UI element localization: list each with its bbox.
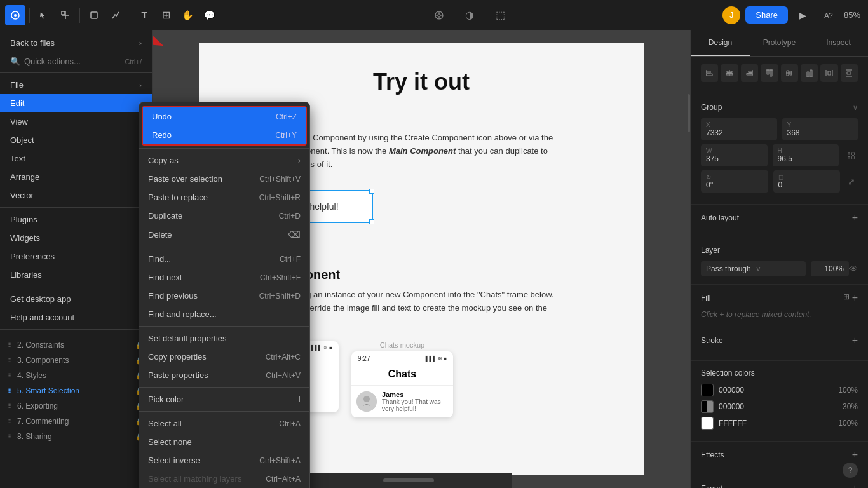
menu-text[interactable]: Text › <box>0 149 152 168</box>
community-button[interactable] <box>429 5 449 25</box>
text-tool-button[interactable]: T <box>134 5 154 25</box>
color-swatch-3[interactable] <box>701 417 714 430</box>
move-tool-button[interactable] <box>34 5 54 25</box>
align-top-btn[interactable] <box>761 64 778 82</box>
stroke-add-btn[interactable]: + <box>852 335 858 346</box>
submenu-select-matching: Select all matching layers Ctrl+Alt+A <box>139 470 309 488</box>
blend-mode-select[interactable]: Pass through ∨ <box>701 261 806 276</box>
menu-file[interactable]: File › <box>0 76 152 94</box>
layer-commenting[interactable]: ⠿ 7. Commenting 🔒 <box>0 414 152 429</box>
menu-vector[interactable]: Vector › <box>0 186 152 205</box>
fill-add-btn[interactable]: + <box>852 292 858 304</box>
figma-menu-button[interactable] <box>5 5 25 25</box>
x-field[interactable]: X 7332 <box>701 118 777 140</box>
submenu-redo[interactable]: Redo Ctrl+Y <box>143 126 306 144</box>
corner-field[interactable]: ◻ 0 <box>773 170 841 193</box>
layer-styles[interactable]: ⠿ 4. Styles 🔒 <box>0 368 152 383</box>
submenu-find[interactable]: Find... Ctrl+F <box>139 250 309 268</box>
quick-actions-button[interactable]: 🔍 Quick actions... Ctrl+/ <box>0 53 152 70</box>
tab-design[interactable]: Design <box>691 30 750 56</box>
menu-edit[interactable]: Edit › <box>0 94 152 112</box>
menu-preferences[interactable]: Preferences › <box>0 247 152 266</box>
menu-view[interactable]: View › <box>0 112 152 131</box>
layer-constraints[interactable]: ⠿ 2. Constraints 🔒 <box>0 337 152 353</box>
color-swatch-2[interactable] <box>701 400 714 413</box>
tab-inspect[interactable]: Inspect <box>809 30 868 56</box>
svg-rect-30 <box>807 72 809 76</box>
submenu-find-next[interactable]: Find next Ctrl+Shift+F <box>139 268 309 287</box>
zoom-level[interactable]: 85% <box>844 10 860 20</box>
fill-actions: ⊞ + <box>843 292 858 304</box>
auto-layout-add-btn[interactable]: + <box>852 212 858 224</box>
menu-desktop-app[interactable]: Get desktop app <box>0 290 152 308</box>
align-left-btn[interactable] <box>701 64 718 82</box>
comment-tool-button[interactable]: 💬 <box>199 5 219 25</box>
layer-sharing[interactable]: ⠿ 8. Sharing 🔒 <box>0 429 152 444</box>
submenu-select-none[interactable]: Select none <box>139 433 309 451</box>
layer-exporting[interactable]: ⠿ 6. Exporting 🔒 <box>0 398 152 414</box>
visibility-toggle[interactable]: 👁 <box>849 264 858 274</box>
menu-widgets[interactable]: Widgets › <box>0 229 152 247</box>
submenu-find-replace[interactable]: Find and replace... <box>139 305 309 323</box>
menu-libraries[interactable]: Libraries <box>0 266 152 284</box>
submenu-undo[interactable]: Undo Ctrl+Z <box>143 107 306 126</box>
frame-tool-button[interactable] <box>55 5 76 25</box>
group-expand-icon[interactable]: ∨ <box>853 104 858 112</box>
hand-tool-button[interactable]: ✋ <box>177 5 198 25</box>
align-center-h-btn[interactable] <box>721 64 738 82</box>
submenu-duplicate[interactable]: Duplicate Ctrl+D <box>139 207 309 225</box>
effects-add-btn[interactable]: + <box>852 449 858 461</box>
color-swatch-1[interactable] <box>701 384 714 396</box>
w-field[interactable]: W 375 <box>701 144 768 166</box>
submenu-find-prev[interactable]: Find previous Ctrl+Shift+D <box>139 287 309 305</box>
layout-button[interactable]: ⬚ <box>490 5 510 25</box>
h-field[interactable]: H 96.5 <box>773 144 839 166</box>
back-to-files-button[interactable]: Back to files › <box>0 30 152 53</box>
export-add-btn[interactable]: + <box>852 483 858 488</box>
shape-tool-button[interactable] <box>84 5 104 25</box>
layer-components[interactable]: ⠿ 3. Components 🔒 <box>0 353 152 368</box>
layer-smart-selection[interactable]: ⠿ 5. Smart Selection 🔒 <box>0 383 152 398</box>
distribute-v-btn[interactable] <box>841 64 858 82</box>
layer-controls-row: Pass through ∨ 100% 👁 <box>701 261 858 276</box>
align-right-btn[interactable] <box>741 64 758 82</box>
submenu-pick-color[interactable]: Pick color I <box>139 390 309 409</box>
resize-icon[interactable]: ⤢ <box>845 170 858 193</box>
align-middle-btn[interactable] <box>781 64 798 82</box>
share-button[interactable]: Share <box>745 6 788 24</box>
submenu-copy-as[interactable]: Copy as › <box>139 151 309 170</box>
component-tool-button[interactable]: ⊞ <box>156 5 176 25</box>
menu-object[interactable]: Object › <box>0 131 152 149</box>
submenu-paste-replace[interactable]: Paste to replace Ctrl+Shift+R <box>139 188 309 207</box>
contrast-button[interactable]: ◑ <box>459 5 480 25</box>
phone-2-chat-msg: Thank you! That was very helpful! <box>382 398 448 412</box>
y-field[interactable]: Y 368 <box>782 118 858 140</box>
horizontal-scrollbar[interactable] <box>383 478 434 482</box>
pen-tool-button[interactable] <box>105 5 126 25</box>
play-button[interactable]: ▶ <box>793 5 813 25</box>
menu-plugins[interactable]: Plugins › <box>0 210 152 229</box>
submenu-paste-props[interactable]: Paste properties Ctrl+Alt+V <box>139 366 309 384</box>
user-avatar[interactable]: J <box>722 6 740 24</box>
distribute-h-btn[interactable] <box>820 64 837 82</box>
color-opacity-3: 100% <box>838 419 858 428</box>
tab-prototype[interactable]: Prototype <box>750 30 809 56</box>
resize-handle-br[interactable] <box>369 219 374 224</box>
menu-arrange[interactable]: Arrange › <box>0 168 152 186</box>
submenu-select-all[interactable]: Select all Ctrl+A <box>139 414 309 433</box>
help-button[interactable]: ? <box>843 463 858 478</box>
constrain-proportions-btn[interactable]: ⛓ <box>844 144 858 166</box>
style-toggle[interactable]: A? <box>818 5 839 25</box>
rotation-field[interactable]: ↻ 0° <box>701 170 768 193</box>
opacity-field[interactable]: 100% <box>811 261 849 276</box>
submenu-copy-props[interactable]: Copy properties Ctrl+Alt+C <box>139 348 309 366</box>
submenu-paste-over[interactable]: Paste over selection Ctrl+Shift+V <box>139 170 309 188</box>
fill-grid-btn[interactable]: ⊞ <box>843 292 850 304</box>
menu-help[interactable]: Help and account › <box>0 308 152 327</box>
resize-handle-tr[interactable] <box>369 189 374 194</box>
align-bottom-btn[interactable] <box>801 64 818 82</box>
submenu-select-inverse[interactable]: Select inverse Ctrl+Shift+A <box>139 451 309 470</box>
submenu-delete[interactable]: Delete ⌫ <box>139 225 309 244</box>
left-panel: Back to files › 🔍 Quick actions... Ctrl+… <box>0 30 153 488</box>
submenu-set-default[interactable]: Set default properties <box>139 329 309 348</box>
